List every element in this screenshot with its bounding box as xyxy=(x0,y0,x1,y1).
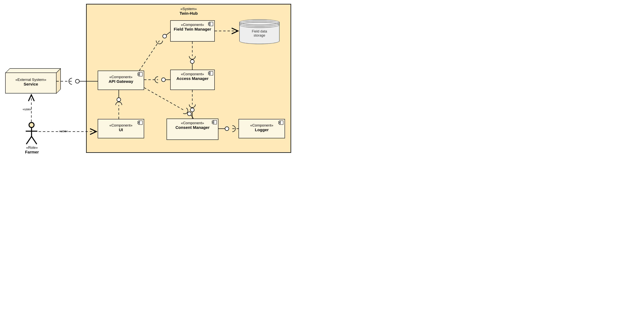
svg-rect-4 xyxy=(138,73,140,74)
component-consent-manager: «Component» Consent Manager xyxy=(166,118,218,140)
svg-rect-8 xyxy=(208,74,210,74)
svg-point-18 xyxy=(29,122,34,128)
svg-rect-17 xyxy=(278,123,280,124)
label-farmer-service: «use» xyxy=(23,108,32,111)
component-icon xyxy=(208,71,213,76)
svg-rect-7 xyxy=(208,72,210,73)
external-name: Service xyxy=(6,82,56,86)
svg-line-21 xyxy=(26,136,32,144)
system-name: Twin-Hub xyxy=(87,11,290,16)
svg-line-22 xyxy=(32,136,37,144)
svg-rect-16 xyxy=(278,121,280,122)
svg-rect-2 xyxy=(208,24,210,25)
component-field-twin-manager: «Component» Field Twin Manager xyxy=(170,20,215,42)
storage-label-line1: Field data xyxy=(239,30,280,34)
storage-label-line2: storage xyxy=(239,34,280,38)
component-icon xyxy=(212,120,217,124)
svg-rect-10 xyxy=(138,121,140,122)
component-api-gateway: «Component» API Gateway xyxy=(98,70,144,90)
component-icon xyxy=(138,72,142,76)
external-system-node: «External System» Service xyxy=(5,68,61,94)
component-icon xyxy=(208,22,213,26)
system-stereotype: «System» xyxy=(87,7,290,11)
svg-rect-14 xyxy=(212,122,214,124)
actor-figure xyxy=(25,122,38,145)
component-access-manager: «Component» Access Manager xyxy=(170,70,215,90)
component-icon xyxy=(138,120,142,125)
component-logger: «Component» Logger xyxy=(238,119,285,138)
component-icon xyxy=(278,120,284,125)
svg-point-24 xyxy=(76,79,79,83)
svg-rect-13 xyxy=(212,121,214,122)
database-cylinder: Field data storage xyxy=(239,19,280,44)
svg-rect-5 xyxy=(138,74,140,76)
diagram-canvas: «System» Twin-Hub «Component» Field Twin… xyxy=(0,0,294,160)
actor-label: «Role» Farmer xyxy=(18,146,46,154)
external-stereotype: «External System» xyxy=(6,78,56,82)
component-ui: «Component» UI xyxy=(98,119,144,138)
label-farmer-ui: «use» xyxy=(59,129,68,133)
svg-rect-11 xyxy=(138,123,140,124)
svg-rect-1 xyxy=(208,23,210,24)
